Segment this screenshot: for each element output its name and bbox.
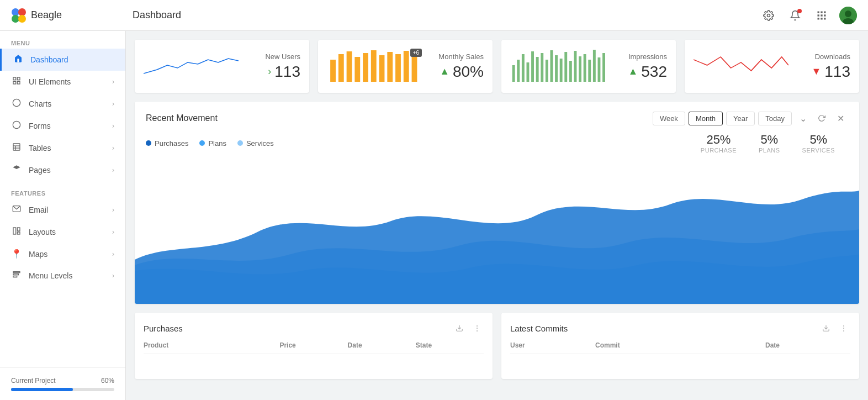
plans-stat: 5% PLANS <box>759 133 780 154</box>
progress-bar-background <box>11 388 114 391</box>
svg-rect-19 <box>13 81 16 84</box>
svg-rect-33 <box>13 274 18 275</box>
period-today-button[interactable]: Today <box>758 112 792 125</box>
arrow-up-icon: ▲ <box>440 66 449 77</box>
svg-rect-59 <box>574 51 576 82</box>
svg-marker-27 <box>13 165 20 169</box>
svg-rect-32 <box>13 272 20 273</box>
avatar[interactable] <box>839 7 857 24</box>
svg-rect-45 <box>412 53 417 82</box>
home-icon <box>13 54 24 65</box>
close-icon[interactable]: ✕ <box>833 110 848 126</box>
svg-rect-53 <box>546 60 548 82</box>
legend-purchases: Purchases <box>146 139 188 148</box>
svg-rect-30 <box>17 228 20 231</box>
arrow-down-icon: ▼ <box>811 66 821 77</box>
col-date: Date <box>765 341 850 349</box>
svg-rect-49 <box>526 62 529 82</box>
sidebar-item-dashboard[interactable]: Dashboard <box>0 49 125 71</box>
new-users-label: New Users <box>245 52 300 61</box>
svg-rect-57 <box>564 52 567 82</box>
sidebar-item-charts[interactable]: Charts › <box>0 93 125 115</box>
purchases-header: Purchases ⋮ <box>144 322 484 335</box>
purchases-title: Purchases <box>144 324 453 333</box>
monthly-sales-value: ▲ 80% <box>428 63 484 81</box>
sidebar-item-email[interactable]: Email › <box>0 199 125 221</box>
notification-dot <box>797 9 802 13</box>
sidebar-label: Layouts <box>29 228 56 236</box>
dropdown-icon[interactable]: ⌄ <box>795 110 811 126</box>
services-dot <box>237 140 243 146</box>
svg-rect-44 <box>404 51 409 82</box>
download-icon[interactable] <box>453 322 466 335</box>
svg-rect-29 <box>13 228 16 234</box>
chevron-down-icon: › <box>112 100 114 108</box>
legend-services: Services <box>237 139 274 148</box>
period-month-button[interactable]: Month <box>689 112 723 125</box>
sidebar-item-maps[interactable]: 📍 Maps › <box>0 243 125 265</box>
logo-area: Beagle <box>11 8 133 23</box>
svg-rect-38 <box>354 57 360 82</box>
email-icon <box>11 204 22 215</box>
col-commit: Commit <box>595 341 765 349</box>
svg-rect-23 <box>13 144 20 150</box>
refresh-icon[interactable] <box>814 110 829 126</box>
sidebar-item-forms[interactable]: Forms › <box>0 115 125 137</box>
svg-rect-50 <box>531 51 534 82</box>
notifications-button[interactable] <box>786 7 804 24</box>
commits-actions: ⋮ <box>819 322 850 335</box>
sidebar-item-ui-elements[interactable]: UI Elements › <box>0 71 125 93</box>
movement-stats-row: 25% PURCHASE 5% PLANS 5% SERVICES <box>687 130 848 156</box>
svg-rect-34 <box>13 276 17 277</box>
apps-button[interactable] <box>813 7 830 24</box>
commits-header: Latest Commits ⋮ <box>510 322 850 335</box>
sidebar-footer: Current Project 60% <box>0 367 125 400</box>
wave-chart-svg <box>135 160 859 304</box>
forms-icon <box>11 120 22 131</box>
download-icon[interactable] <box>819 322 833 335</box>
services-stat: 5% SERVICES <box>802 133 835 154</box>
settings-button[interactable] <box>760 7 777 24</box>
svg-rect-8 <box>818 14 819 16</box>
svg-point-0 <box>12 8 19 16</box>
movement-card: Recent Movement Week Month Year Today ⌄ … <box>135 102 859 304</box>
plans-percent: 5% <box>759 133 780 147</box>
header-actions <box>760 7 857 24</box>
period-year-button[interactable]: Year <box>726 112 755 125</box>
services-legend-label: Services <box>246 139 274 148</box>
svg-rect-35 <box>330 60 336 82</box>
svg-rect-5 <box>818 11 819 13</box>
new-users-value: › 113 <box>245 63 300 81</box>
plans-legend-label: Plans <box>208 139 226 148</box>
sidebar-item-menu-levels[interactable]: Menu Levels › <box>0 265 125 287</box>
stat-card-monthly-sales: +6 Mont <box>318 40 493 93</box>
stat-card-impressions: Impressions ▲ 532 <box>501 40 676 93</box>
sidebar: MENU Dashboard UI Elements › <box>0 31 126 400</box>
purchases-card: Purchases ⋮ Product Price Date State <box>135 313 493 379</box>
logo-icon <box>11 8 27 23</box>
maps-icon: 📍 <box>11 249 22 259</box>
svg-rect-18 <box>17 77 20 80</box>
sidebar-item-layouts[interactable]: Layouts › <box>0 221 125 243</box>
sidebar-label: UI Elements <box>29 77 71 86</box>
sidebar-label: Email <box>29 206 48 214</box>
chevron-down-icon: › <box>112 144 114 152</box>
svg-rect-9 <box>821 14 822 16</box>
top-header: Beagle Dashboard <box>0 0 868 31</box>
svg-rect-43 <box>395 54 401 82</box>
services-label: SERVICES <box>802 147 835 154</box>
sidebar-item-pages[interactable]: Pages › <box>0 159 125 181</box>
stat-card-downloads: Downloads ▼ 113 <box>685 40 859 93</box>
more-options-icon[interactable]: ⋮ <box>470 322 484 335</box>
col-price: Price <box>279 341 347 349</box>
period-week-button[interactable]: Week <box>653 112 685 125</box>
downloads-sparkline <box>694 49 788 82</box>
bottom-cards-row: Purchases ⋮ Product Price Date State <box>135 313 859 379</box>
page-title: Dashboard <box>133 9 760 21</box>
purchase-label: PURCHASE <box>701 147 737 154</box>
svg-rect-7 <box>824 11 825 13</box>
layouts-icon <box>11 227 22 238</box>
sidebar-item-tables[interactable]: Tables › <box>0 137 125 159</box>
col-user: User <box>510 341 595 349</box>
more-options-icon[interactable]: ⋮ <box>837 322 850 335</box>
